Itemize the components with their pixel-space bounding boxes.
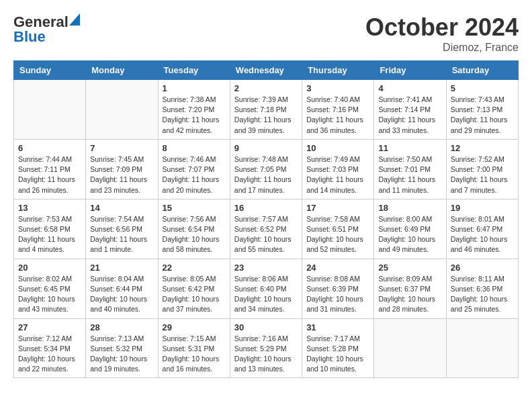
day-number: 5 xyxy=(451,83,514,93)
calendar-cell: 18Sunrise: 8:00 AM Sunset: 6:49 PM Dayli… xyxy=(374,199,446,259)
calendar-cell: 22Sunrise: 8:05 AM Sunset: 6:42 PM Dayli… xyxy=(158,259,230,318)
day-number: 11 xyxy=(378,143,441,153)
calendar-cell: 7Sunrise: 7:45 AM Sunset: 7:09 PM Daylig… xyxy=(86,139,158,199)
calendar-cell: 26Sunrise: 8:11 AM Sunset: 6:36 PM Dayli… xyxy=(446,259,518,318)
day-number: 8 xyxy=(163,143,226,153)
calendar-cell: 12Sunrise: 7:52 AM Sunset: 7:00 PM Dayli… xyxy=(446,139,518,199)
calendar-cell: 19Sunrise: 8:01 AM Sunset: 6:47 PM Dayli… xyxy=(446,199,518,259)
day-number: 15 xyxy=(163,203,226,213)
logo: General Blue xyxy=(13,13,80,46)
weekday-header-tuesday: Tuesday xyxy=(158,61,230,80)
day-detail: Sunrise: 7:17 AM Sunset: 5:28 PM Dayligh… xyxy=(306,334,369,375)
page-header: General Blue October 2024 Diemoz, France xyxy=(13,13,519,54)
calendar-cell: 2Sunrise: 7:39 AM Sunset: 7:18 PM Daylig… xyxy=(230,80,302,140)
day-number: 13 xyxy=(18,203,81,213)
day-detail: Sunrise: 7:43 AM Sunset: 7:13 PM Dayligh… xyxy=(451,95,514,136)
day-detail: Sunrise: 7:13 AM Sunset: 5:32 PM Dayligh… xyxy=(90,334,153,375)
weekday-header-friday: Friday xyxy=(374,61,446,80)
calendar-cell: 16Sunrise: 7:57 AM Sunset: 6:52 PM Dayli… xyxy=(230,199,302,259)
day-number: 7 xyxy=(90,143,153,153)
calendar-cell: 15Sunrise: 7:56 AM Sunset: 6:54 PM Dayli… xyxy=(158,199,230,259)
calendar-cell: 24Sunrise: 8:08 AM Sunset: 6:39 PM Dayli… xyxy=(302,259,374,318)
weekday-header-sunday: Sunday xyxy=(14,61,86,80)
day-number: 19 xyxy=(451,203,514,213)
day-detail: Sunrise: 7:12 AM Sunset: 5:34 PM Dayligh… xyxy=(18,334,81,375)
day-number: 21 xyxy=(90,263,153,273)
day-number: 27 xyxy=(18,322,81,332)
day-detail: Sunrise: 7:46 AM Sunset: 7:07 PM Dayligh… xyxy=(163,154,226,195)
day-detail: Sunrise: 8:09 AM Sunset: 6:37 PM Dayligh… xyxy=(378,274,441,315)
weekday-header-row: SundayMondayTuesdayWednesdayThursdayFrid… xyxy=(14,61,519,80)
day-detail: Sunrise: 7:44 AM Sunset: 7:11 PM Dayligh… xyxy=(18,154,81,195)
calendar-cell: 23Sunrise: 8:06 AM Sunset: 6:40 PM Dayli… xyxy=(230,259,302,318)
weekday-header-saturday: Saturday xyxy=(446,61,518,80)
svg-marker-0 xyxy=(69,13,80,26)
day-number: 10 xyxy=(306,143,369,153)
day-detail: Sunrise: 7:56 AM Sunset: 6:54 PM Dayligh… xyxy=(163,214,226,255)
day-detail: Sunrise: 7:50 AM Sunset: 7:01 PM Dayligh… xyxy=(378,154,441,195)
day-number: 26 xyxy=(451,263,514,273)
day-number: 30 xyxy=(234,322,298,332)
day-detail: Sunrise: 8:06 AM Sunset: 6:40 PM Dayligh… xyxy=(234,274,298,315)
week-row-4: 20Sunrise: 8:02 AM Sunset: 6:45 PM Dayli… xyxy=(14,259,519,318)
day-detail: Sunrise: 7:52 AM Sunset: 7:00 PM Dayligh… xyxy=(451,154,514,195)
calendar-cell: 28Sunrise: 7:13 AM Sunset: 5:32 PM Dayli… xyxy=(86,318,158,378)
calendar-cell: 4Sunrise: 7:41 AM Sunset: 7:14 PM Daylig… xyxy=(374,80,446,140)
day-number: 29 xyxy=(163,322,226,332)
logo-blue-text: Blue xyxy=(13,28,46,45)
day-detail: Sunrise: 8:11 AM Sunset: 6:36 PM Dayligh… xyxy=(451,274,514,315)
day-number: 20 xyxy=(18,263,81,273)
day-detail: Sunrise: 8:04 AM Sunset: 6:44 PM Dayligh… xyxy=(90,274,153,315)
day-number: 4 xyxy=(378,83,441,93)
calendar-cell: 1Sunrise: 7:38 AM Sunset: 7:20 PM Daylig… xyxy=(158,80,230,140)
day-number: 22 xyxy=(163,263,226,273)
week-row-1: 1Sunrise: 7:38 AM Sunset: 7:20 PM Daylig… xyxy=(14,80,519,140)
day-number: 2 xyxy=(234,83,298,93)
day-detail: Sunrise: 7:54 AM Sunset: 6:56 PM Dayligh… xyxy=(90,214,153,255)
calendar-cell: 5Sunrise: 7:43 AM Sunset: 7:13 PM Daylig… xyxy=(446,80,518,140)
day-detail: Sunrise: 7:16 AM Sunset: 5:29 PM Dayligh… xyxy=(234,334,298,375)
day-detail: Sunrise: 7:48 AM Sunset: 7:05 PM Dayligh… xyxy=(234,154,298,195)
calendar-cell: 25Sunrise: 8:09 AM Sunset: 6:37 PM Dayli… xyxy=(374,259,446,318)
calendar-cell: 13Sunrise: 7:53 AM Sunset: 6:58 PM Dayli… xyxy=(14,199,86,259)
calendar-cell: 14Sunrise: 7:54 AM Sunset: 6:56 PM Dayli… xyxy=(86,199,158,259)
day-number: 17 xyxy=(306,203,369,213)
day-number: 16 xyxy=(234,203,298,213)
day-detail: Sunrise: 7:15 AM Sunset: 5:31 PM Dayligh… xyxy=(163,334,226,375)
calendar-cell: 30Sunrise: 7:16 AM Sunset: 5:29 PM Dayli… xyxy=(230,318,302,378)
day-number: 6 xyxy=(18,143,81,153)
calendar-cell: 3Sunrise: 7:40 AM Sunset: 7:16 PM Daylig… xyxy=(302,80,374,140)
calendar-cell xyxy=(374,318,446,378)
calendar-cell: 20Sunrise: 8:02 AM Sunset: 6:45 PM Dayli… xyxy=(14,259,86,318)
day-detail: Sunrise: 7:41 AM Sunset: 7:14 PM Dayligh… xyxy=(378,95,441,136)
day-detail: Sunrise: 8:05 AM Sunset: 6:42 PM Dayligh… xyxy=(163,274,226,315)
day-detail: Sunrise: 7:53 AM Sunset: 6:58 PM Dayligh… xyxy=(18,214,81,255)
calendar-cell: 31Sunrise: 7:17 AM Sunset: 5:28 PM Dayli… xyxy=(302,318,374,378)
calendar-cell: 21Sunrise: 8:04 AM Sunset: 6:44 PM Dayli… xyxy=(86,259,158,318)
calendar-cell: 27Sunrise: 7:12 AM Sunset: 5:34 PM Dayli… xyxy=(14,318,86,378)
day-number: 9 xyxy=(234,143,298,153)
calendar-cell: 10Sunrise: 7:49 AM Sunset: 7:03 PM Dayli… xyxy=(302,139,374,199)
day-detail: Sunrise: 8:08 AM Sunset: 6:39 PM Dayligh… xyxy=(306,274,369,315)
day-number: 3 xyxy=(306,83,369,93)
day-detail: Sunrise: 7:45 AM Sunset: 7:09 PM Dayligh… xyxy=(90,154,153,195)
calendar-cell xyxy=(86,80,158,140)
week-row-3: 13Sunrise: 7:53 AM Sunset: 6:58 PM Dayli… xyxy=(14,199,519,259)
calendar-cell: 8Sunrise: 7:46 AM Sunset: 7:07 PM Daylig… xyxy=(158,139,230,199)
logo-triangle-icon xyxy=(69,13,80,26)
day-detail: Sunrise: 7:49 AM Sunset: 7:03 PM Dayligh… xyxy=(306,154,369,195)
day-number: 31 xyxy=(306,322,369,332)
calendar-cell: 9Sunrise: 7:48 AM Sunset: 7:05 PM Daylig… xyxy=(230,139,302,199)
calendar-cell: 6Sunrise: 7:44 AM Sunset: 7:11 PM Daylig… xyxy=(14,139,86,199)
calendar-cell xyxy=(446,318,518,378)
location-subtitle: Diemoz, France xyxy=(365,42,519,54)
calendar-cell: 29Sunrise: 7:15 AM Sunset: 5:31 PM Dayli… xyxy=(158,318,230,378)
day-detail: Sunrise: 8:02 AM Sunset: 6:45 PM Dayligh… xyxy=(18,274,81,315)
day-detail: Sunrise: 8:01 AM Sunset: 6:47 PM Dayligh… xyxy=(451,214,514,255)
day-detail: Sunrise: 7:57 AM Sunset: 6:52 PM Dayligh… xyxy=(234,214,298,255)
day-number: 25 xyxy=(378,263,441,273)
calendar-table: SundayMondayTuesdayWednesdayThursdayFrid… xyxy=(13,60,519,378)
day-number: 14 xyxy=(90,203,153,213)
weekday-header-thursday: Thursday xyxy=(302,61,374,80)
month-year-title: October 2024 xyxy=(365,13,519,42)
